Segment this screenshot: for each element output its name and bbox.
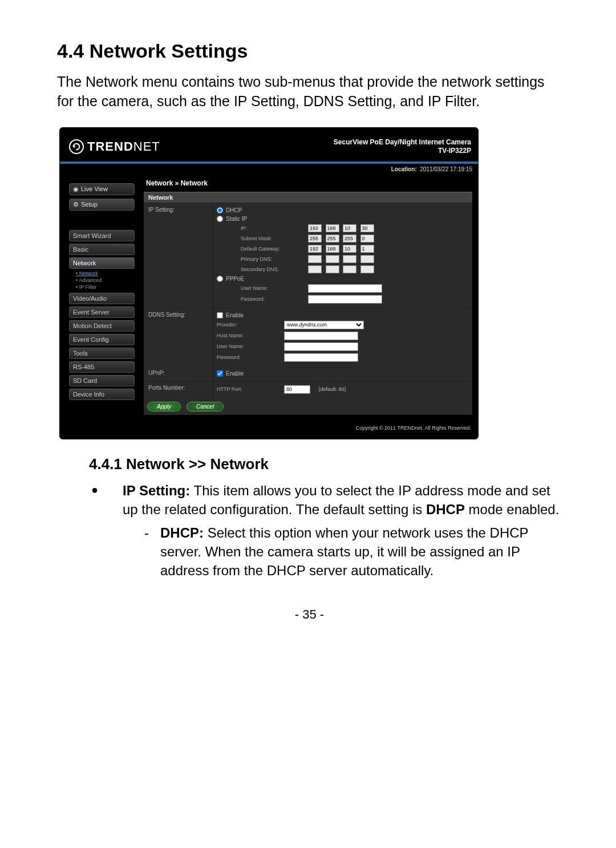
panel-header-network: Network — [144, 192, 472, 203]
label-host-name: Host Name: — [217, 333, 281, 338]
label-ip: IP: — [241, 225, 305, 231]
intro-paragraph: The Network menu contains two sub-menus … — [57, 72, 562, 111]
location-bar: Location: 2011/03/22 17:19:15 — [60, 164, 478, 175]
label-primary-dns: Primary DNS: — [241, 256, 305, 262]
section-heading: 4.4 Network Settings — [57, 40, 562, 62]
radio-dhcp-input[interactable] — [217, 207, 223, 213]
label-upnp: UPnP: — [144, 366, 213, 381]
label-ddns-user: User Name: — [217, 344, 281, 349]
label-ddns-setting: DDNS Setting: — [144, 308, 213, 366]
subnet-octet-4[interactable] — [360, 235, 374, 243]
provider-select[interactable]: www.dyndns.com — [284, 321, 364, 329]
radio-static-input[interactable] — [217, 216, 223, 222]
copyright-text: Copyright © 2011 TRENDnet. All Rights Re… — [60, 415, 478, 433]
ip-octet-2[interactable] — [326, 224, 339, 232]
eye-icon: ◉ — [73, 185, 79, 193]
bullet-ip-setting: IP Setting: This item allows you to sele… — [91, 481, 562, 580]
ddns-password-input[interactable] — [284, 353, 358, 362]
label-gateway: Default Gateway: — [241, 246, 305, 252]
label-pppoe-pass: Password: — [241, 296, 305, 302]
sidebar-item-event-config[interactable]: Event Config — [69, 334, 135, 345]
ip-octet-3[interactable] — [343, 224, 356, 232]
ddns-username-input[interactable] — [284, 342, 358, 351]
sidebar-item-smart-wizard[interactable]: Smart Wizard — [69, 230, 135, 241]
sidebar-item-device-info[interactable]: Device Info — [69, 389, 135, 400]
host-name-input[interactable] — [284, 332, 358, 340]
pdns-4[interactable] — [360, 255, 374, 263]
sdns-3[interactable] — [343, 265, 356, 273]
product-model: TV-IP322P — [334, 147, 471, 156]
subnet-octet-2[interactable] — [326, 235, 339, 243]
radio-pppoe-input[interactable] — [217, 276, 223, 282]
label-pppoe-user: User Name: — [241, 285, 305, 291]
label-secondary-dns: Secondary DNS: — [241, 266, 305, 272]
gw-octet-4[interactable] — [360, 245, 374, 253]
subnet-octet-1[interactable] — [308, 235, 322, 243]
label-ip-setting: IP Setting: — [144, 203, 213, 308]
sidebar-sub-advanced[interactable]: • Advanced — [63, 277, 140, 284]
breadcrumb: Network » Network — [144, 177, 472, 192]
product-title: SecurView PoE Day/Night Internet Camera — [334, 138, 471, 146]
sidebar: ◉ Live View ⚙ Setup Smart Wizard Basic N… — [63, 175, 140, 415]
ddns-enable-input[interactable] — [217, 312, 223, 318]
pppoe-password-input[interactable] — [308, 295, 382, 304]
gw-octet-2[interactable] — [326, 245, 339, 253]
pppoe-username-input[interactable] — [308, 284, 382, 293]
sidebar-item-tools[interactable]: Tools — [69, 348, 135, 359]
cancel-button[interactable]: Cancel — [187, 402, 224, 411]
sdns-2[interactable] — [326, 265, 339, 273]
sidebar-sub-network[interactable]: • Network — [63, 270, 140, 277]
sidebar-item-basic[interactable]: Basic — [69, 244, 135, 255]
brand-name: TRENDNET — [87, 139, 160, 154]
gw-octet-1[interactable] — [308, 245, 322, 253]
http-port-default-hint: (default: 80) — [319, 386, 346, 392]
sidebar-item-rs485[interactable]: RS-485 — [69, 361, 135, 373]
brand-logo-icon — [69, 139, 84, 154]
ip-octet-4[interactable] — [360, 224, 374, 232]
label-http-port: HTTP Port: — [217, 386, 281, 392]
nav-live-view[interactable]: ◉ Live View — [69, 183, 135, 195]
page-number: - 35 - — [57, 607, 562, 622]
dash-dhcp: DHCP: Select this option when your netwo… — [144, 523, 562, 580]
label-ports-number: Ports Number: — [144, 381, 213, 398]
checkbox-upnp-enable[interactable]: Enable — [217, 369, 469, 378]
sdns-4[interactable] — [360, 265, 374, 273]
radio-dhcp[interactable]: DHCP — [217, 206, 469, 215]
nav-setup[interactable]: ⚙ Setup — [69, 199, 135, 211]
radio-pppoe[interactable]: PPPoE — [217, 274, 469, 283]
label-ddns-pass: Password: — [217, 354, 281, 360]
subsection-heading: 4.4.1 Network >> Network — [89, 455, 562, 473]
http-port-input[interactable] — [284, 385, 310, 394]
upnp-enable-input[interactable] — [217, 370, 223, 377]
label-subnet: Subnet Mask: — [241, 236, 305, 241]
pdns-1[interactable] — [308, 255, 322, 263]
label-provider: Provider: — [217, 322, 281, 328]
sidebar-item-video-audio[interactable]: Video/Audio — [69, 293, 135, 304]
ip-octet-1[interactable] — [308, 224, 322, 232]
pdns-2[interactable] — [326, 255, 339, 263]
radio-static-ip[interactable]: Static IP — [217, 215, 469, 223]
brand-logo-block: TRENDNET — [69, 139, 160, 154]
ip-input-group: . . . — [308, 224, 374, 232]
pdns-3[interactable] — [343, 255, 356, 263]
camera-admin-screenshot: TRENDNET SecurView PoE Day/Night Interne… — [59, 127, 479, 439]
apply-button[interactable]: Apply — [147, 402, 181, 411]
sidebar-item-motion-detect[interactable]: Motion Detect — [69, 320, 135, 332]
subnet-octet-3[interactable] — [343, 235, 356, 243]
gear-icon: ⚙ — [73, 201, 79, 208]
gw-octet-3[interactable] — [343, 245, 356, 253]
sidebar-item-network[interactable]: Network — [69, 257, 135, 269]
checkbox-ddns-enable[interactable]: Enable — [217, 311, 469, 320]
sidebar-sub-ip-filter[interactable]: • IP Filter — [63, 284, 140, 290]
sidebar-item-event-server[interactable]: Event Server — [69, 306, 135, 318]
sdns-1[interactable] — [308, 265, 322, 273]
sidebar-item-sd-card[interactable]: SD Card — [69, 375, 135, 386]
